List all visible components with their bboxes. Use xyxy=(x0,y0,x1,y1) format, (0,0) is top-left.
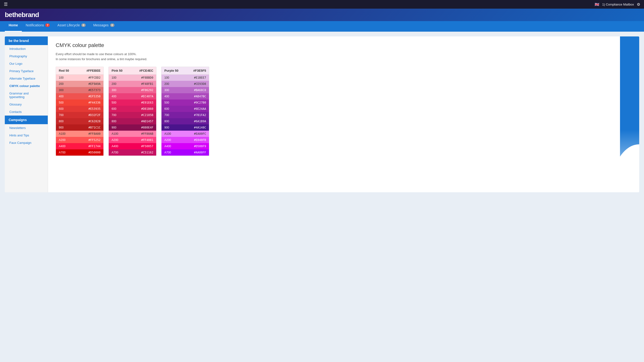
palette-row-pink-A200: A200#FF4081 xyxy=(109,137,156,143)
shade-label: 900 xyxy=(164,126,169,129)
tab-home[interactable]: Home xyxy=(5,21,22,32)
messages-badge: 0 xyxy=(110,23,114,27)
shade-label: 300 xyxy=(112,88,116,92)
tab-messages[interactable]: Messages 0 xyxy=(90,21,118,32)
palette-row-purple-400: 400#AB47BC xyxy=(162,93,209,99)
hex-label: #9C27B0 xyxy=(194,101,206,104)
palette-row-pink-800: 800#AD1457 xyxy=(109,118,156,124)
hex-label: #C2185B xyxy=(141,113,153,117)
shade-label: 400 xyxy=(164,95,169,98)
shade-label: 500 xyxy=(112,101,116,104)
shade-label: 700 xyxy=(59,113,64,117)
hex-label: #D500F9 xyxy=(194,145,206,148)
hex-label: #F48FB1 xyxy=(141,82,153,86)
hex-label: #FFCDD2 xyxy=(88,76,100,79)
hex-label: #F8BBD0 xyxy=(141,76,153,79)
shade-label: 500 xyxy=(59,101,64,104)
shade-label: 200 xyxy=(112,82,116,86)
sidebar-item-alternate-typeface[interactable]: Alternate Typeface xyxy=(5,75,48,82)
shade-label: 200 xyxy=(164,82,169,86)
shade-label: A400 xyxy=(112,145,118,148)
palette-row-purple-100: 100#E1BEE7 xyxy=(162,74,209,81)
palette-row-purple-700: 700#7B1FA2 xyxy=(162,112,209,118)
hex-label: #FF1744 xyxy=(88,145,100,148)
shade-label: 400 xyxy=(59,95,64,98)
sidebar-item-grammar-and-typesetting[interactable]: Grammar and typesetting xyxy=(5,90,48,101)
hex-label: #C51162 xyxy=(141,151,153,154)
palette-row-purple-200: 200#CE93D8 xyxy=(162,81,209,87)
sidebar-section-be-the-brand[interactable]: be the brand xyxy=(5,36,48,45)
sidebar-item-contacts[interactable]: Contacts xyxy=(5,108,48,116)
palette-header-purple: Purple 50#F3E5F5 xyxy=(162,67,209,74)
sidebar-item-glossary[interactable]: Glossary xyxy=(5,101,48,108)
tab-asset-lifecycle[interactable]: Asset Lifecycle 0 xyxy=(54,21,90,32)
palette-row-pink-600: 600#D81B60 xyxy=(109,106,156,112)
palette-header-pink: Pink 50#FCE4EC xyxy=(109,67,156,74)
palette-row-purple-A200: A200#E040FB xyxy=(162,137,209,143)
hex-label: #F06292 xyxy=(141,88,153,92)
shade-label: A200 xyxy=(164,138,171,142)
shade-label: 900 xyxy=(59,126,64,129)
sidebar-item-photography[interactable]: Photography xyxy=(5,52,48,60)
sidebar-item-hints-and-tips[interactable]: Hints and Tips xyxy=(5,132,48,139)
shade-label: 800 xyxy=(59,120,64,123)
palette-row-red-500: 500#F44336 xyxy=(56,99,104,106)
palette-row-purple-A400: A400#D500F9 xyxy=(162,143,209,149)
palette-row-red-800: 800#C62828 xyxy=(56,118,104,124)
sidebar-item-primary-typeface[interactable]: Primary Typeface xyxy=(5,67,48,75)
sidebar-item-introduction[interactable]: Introduction xyxy=(5,45,48,52)
sidebar-item-cmyk-colour-palette[interactable]: CMYK colour palette xyxy=(5,82,48,90)
sidebar-item-our-logo[interactable]: Our Logo xyxy=(5,60,48,67)
palette-label-red: Red 50 xyxy=(59,69,69,72)
decorative-area xyxy=(620,36,639,192)
gear-icon[interactable]: ⚙ xyxy=(637,2,640,7)
palette-row-purple-A700: A700#AA00FF xyxy=(162,149,209,156)
sidebar-item-faux-campaign[interactable]: Faux Campaign xyxy=(5,139,48,146)
shade-label: 300 xyxy=(59,88,64,92)
nav-bar: Home Notifications 7 Asset Lifecycle 0 M… xyxy=(0,21,644,32)
hex-label: #D50000 xyxy=(88,151,100,154)
hex-label: #EA80FC xyxy=(194,132,206,135)
palette-row-purple-900: 900#4A148C xyxy=(162,124,209,131)
palette-row-pink-A400: A400#F50057 xyxy=(109,143,156,149)
hex-label: #E1BEE7 xyxy=(194,76,206,79)
hex-label: #6A1B9A xyxy=(194,120,206,123)
hex-label: #AB47BC xyxy=(194,95,206,98)
palette-row-pink-900: 900#880E4F xyxy=(109,124,156,131)
palette-label-pink: Pink 50 xyxy=(112,69,122,72)
tab-notifications[interactable]: Notifications 7 xyxy=(22,21,54,32)
shade-label: A700 xyxy=(112,151,118,154)
shade-label: 100 xyxy=(112,76,116,79)
palette-row-purple-300: 300#BA68C8 xyxy=(162,87,209,93)
hamburger-icon[interactable]: ☰ xyxy=(4,2,8,7)
main-panel: CMYK colour palette Every effort should … xyxy=(48,36,620,192)
shade-label: 600 xyxy=(112,107,116,110)
tab-notifications-label: Notifications xyxy=(26,23,44,27)
palette-row-red-300: 300#E57373 xyxy=(56,87,104,93)
main-content: be the brand Introduction Photography Ou… xyxy=(0,32,644,362)
palette-row-red-200: 200#EF9A9A xyxy=(56,81,104,87)
asset-lifecycle-badge: 0 xyxy=(81,23,86,27)
shade-label: 200 xyxy=(59,82,64,86)
shade-label: A400 xyxy=(164,145,171,148)
tab-asset-lifecycle-label: Asset Lifecycle xyxy=(57,23,80,27)
palette-row-pink-A700: A700#C51162 xyxy=(109,149,156,156)
sidebar-section-campaigns[interactable]: Campaigns xyxy=(5,116,48,124)
hex-label: #EF5350 xyxy=(88,95,100,98)
brand-logo[interactable]: bethebrand xyxy=(5,11,39,19)
sidebar-item-newsletters[interactable]: Newsletters xyxy=(5,124,48,132)
hex-label: #AA00FF xyxy=(194,151,206,154)
shade-label: 500 xyxy=(164,101,169,104)
palette-row-red-A700: A700#D50000 xyxy=(56,149,104,156)
shade-label: 600 xyxy=(59,107,64,110)
tab-messages-label: Messages xyxy=(93,23,109,27)
palette-row-pink-700: 700#C2185B xyxy=(109,112,156,118)
user-label: 1) Compliance Mailbox xyxy=(602,3,634,6)
hex-label: #C62828 xyxy=(88,120,100,123)
palette-row-red-900: 900#B71C1C xyxy=(56,124,104,131)
palette-row-pink-500: 500#E91E63 xyxy=(109,99,156,106)
hex-label: #CE93D8 xyxy=(194,82,206,86)
shade-label: A100 xyxy=(59,132,66,135)
shade-label: A200 xyxy=(59,138,66,142)
hex-label: #F50057 xyxy=(141,145,153,148)
